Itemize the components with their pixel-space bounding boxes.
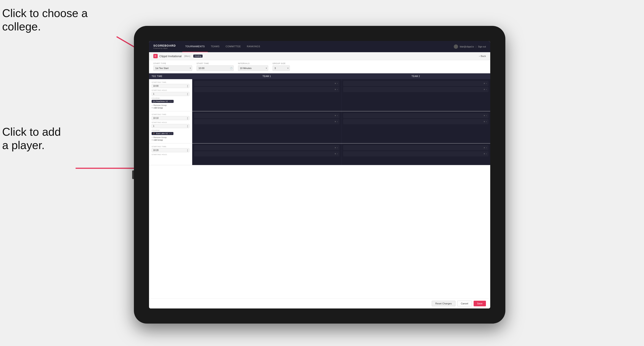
user-email: blair@clippd.io <box>460 45 474 48</box>
starting-hole-label-1: STARTING HOLE: <box>152 89 190 91</box>
player-expand-icon[interactable]: › <box>337 153 338 155</box>
player-expand-icon[interactable]: › <box>486 121 487 123</box>
remove-course-1[interactable]: ✕ <box>169 101 171 102</box>
player-expand-icon[interactable]: › <box>486 147 487 149</box>
expand-course-1[interactable]: › <box>172 100 172 102</box>
player-x-icon[interactable]: ✕ <box>334 153 336 155</box>
player-x-icon[interactable]: ✕ <box>334 121 336 123</box>
starting-hole-1[interactable]: 1 ▲▼ <box>152 92 190 96</box>
starting-hole-label-3: STARTING HOLE: <box>152 154 190 156</box>
course-tag-1[interactable]: (A) Peachtree GC ✕ › <box>152 100 174 103</box>
add-group-1[interactable]: + Add Group <box>152 107 190 109</box>
tablet-device: SCOREBOARD Powered by clippd TOURNAMENTS… <box>134 26 505 324</box>
sign-out-link[interactable]: Sign out <box>478 45 486 48</box>
player-slot-1-1[interactable]: ✕ › <box>194 81 340 86</box>
player-expand-icon[interactable]: › <box>337 121 338 123</box>
save-button[interactable]: Save <box>474 301 486 306</box>
player-slot-2-1[interactable]: ✕ › <box>194 113 340 118</box>
player-x-icon[interactable]: ✕ <box>334 88 336 91</box>
starting-hole-2[interactable]: 1 ▲▼ <box>152 124 190 128</box>
tablet-screen: SCOREBOARD Powered by clippd TOURNAMENTS… <box>149 41 490 309</box>
team1-players-3: ✕ › ✕ › <box>192 144 341 165</box>
back-button[interactable]: ‹ Back <box>479 55 486 57</box>
intervals-select[interactable]: 10 Minutes <box>238 65 268 71</box>
annotation-add-player: Click to add a player. <box>2 125 61 152</box>
page-logo: C <box>153 54 158 58</box>
player-expand-icon[interactable]: › <box>486 82 487 85</box>
player-expand-icon[interactable]: › <box>486 153 487 155</box>
navbar: SCOREBOARD Powered by clippd TOURNAMENTS… <box>149 41 490 52</box>
page-header: C Clippd Invitational (Men) Hosting ‹ Ba… <box>149 52 490 60</box>
group-size-select[interactable]: 3 <box>272 65 290 71</box>
player-x-icon[interactable]: ✕ <box>334 147 336 149</box>
team2-players-3: ✕ › ✕ › <box>341 144 490 165</box>
group-row-1: STARTING TIME: 10:00 ▲▼ STARTING HOLE: 1… <box>149 79 490 111</box>
remove-course-2[interactable]: ✕ <box>169 133 170 135</box>
start-type-select[interactable]: 1st Tee Start <box>153 65 192 71</box>
group-size-group: Group Size 3 <box>272 62 290 71</box>
intervals-label: Intervals <box>238 62 268 64</box>
course-tag-2[interactable]: 🏌 East Lake GC ✕ › <box>152 132 174 135</box>
starting-time-3[interactable]: 10:20 ▲▼ <box>152 148 190 152</box>
remove-group-1[interactable]: ○ Remove Group <box>152 104 190 106</box>
page-subtitle: (Men) <box>184 55 190 57</box>
player-slot-2-2[interactable]: ✕ › <box>194 119 340 124</box>
remove-group-2[interactable]: ○ Remove Group <box>152 136 190 139</box>
nav-committee[interactable]: COMMITTEE <box>223 41 244 52</box>
player-slot-3-1[interactable]: ✕ › <box>194 145 340 150</box>
nav-links: TOURNAMENTS TEAMS COMMITTEE RANKINGS <box>182 41 454 52</box>
team2-player-slot-2-1[interactable]: ✕ › <box>343 113 488 118</box>
team2-player-slot-3-1[interactable]: ✕ › <box>343 145 488 150</box>
player-x-icon[interactable]: ✕ <box>334 115 336 117</box>
table-header: Tee Time Team 1 Team 2 <box>149 73 490 79</box>
player-x-icon[interactable]: ✕ <box>484 88 485 91</box>
team2-players-1: ✕ › ✕ › <box>341 79 490 111</box>
nav-rankings[interactable]: RANKINGS <box>244 41 263 52</box>
player-slot-3-2[interactable]: ✕ › <box>194 151 340 156</box>
player-slot-1-2[interactable]: ✕ › <box>194 87 340 92</box>
player-x-icon[interactable]: ✕ <box>334 82 336 85</box>
player-x-icon[interactable]: ✕ <box>484 121 485 123</box>
group-1-left: STARTING TIME: 10:00 ▲▼ STARTING HOLE: 1… <box>149 79 192 111</box>
player-x-icon[interactable]: ✕ <box>484 115 485 117</box>
starting-time-2[interactable]: 10:10 ▲▼ <box>152 116 190 120</box>
starting-time-label-1: STARTING TIME: <box>152 81 190 83</box>
player-expand-icon[interactable]: › <box>337 147 338 149</box>
team2-player-slot-2-2[interactable]: ✕ › <box>343 119 488 124</box>
page-title: Clippd Invitational <box>160 55 182 58</box>
player-expand-icon[interactable]: › <box>486 88 487 91</box>
nav-teams[interactable]: TEAMS <box>208 41 222 52</box>
player-x-icon[interactable]: ✕ <box>484 153 485 155</box>
player-expand-icon[interactable]: › <box>337 115 338 117</box>
powered-by: Powered by clippd <box>153 47 176 49</box>
intervals-group: Intervals 10 Minutes <box>238 62 268 71</box>
starting-time-label-2: STARTING TIME: <box>152 114 190 115</box>
player-expand-icon[interactable]: › <box>337 82 338 85</box>
player-x-icon[interactable]: ✕ <box>484 147 485 149</box>
schedule-table: Tee Time Team 1 Team 2 STARTING TIME: 10… <box>149 73 490 298</box>
starting-time-label-3: STARTING TIME: <box>152 146 190 148</box>
team2-player-slot-1-2[interactable]: ✕ › <box>343 87 488 92</box>
player-expand-icon[interactable]: › <box>486 115 487 117</box>
starting-hole-label-2: STARTING HOLE: <box>152 121 190 123</box>
team2-player-slot-3-2[interactable]: ✕ › <box>343 151 488 156</box>
hosting-badge: Hosting <box>193 55 202 58</box>
start-time-input[interactable] <box>196 65 234 71</box>
col-tee-time: Tee Time <box>149 73 192 79</box>
reset-changes-button[interactable]: Reset Changes <box>432 301 456 306</box>
team2-player-slot-1-1[interactable]: ✕ › <box>343 81 488 86</box>
start-type-group: Start Type 1st Tee Start <box>153 62 192 71</box>
footer-actions: Reset Changes Cancel Save <box>149 298 490 309</box>
cancel-button[interactable]: Cancel <box>457 301 472 306</box>
course-label-2: COURSE: <box>152 129 190 131</box>
nav-tournaments[interactable]: TOURNAMENTS <box>182 41 208 52</box>
player-expand-icon[interactable]: › <box>337 88 338 91</box>
expand-course-2[interactable]: › <box>172 133 172 135</box>
player-x-icon[interactable]: ✕ <box>484 82 485 85</box>
brand-logo: SCOREBOARD Powered by clippd <box>153 44 176 49</box>
team1-players-1: ✕ › ✕ › <box>192 79 341 111</box>
nav-user: blair@clippd.io | Sign out <box>454 44 486 49</box>
group-size-label: Group Size <box>272 62 290 64</box>
add-group-2[interactable]: + Add Group <box>152 139 190 141</box>
starting-time-1[interactable]: 10:00 ▲▼ <box>152 84 190 88</box>
